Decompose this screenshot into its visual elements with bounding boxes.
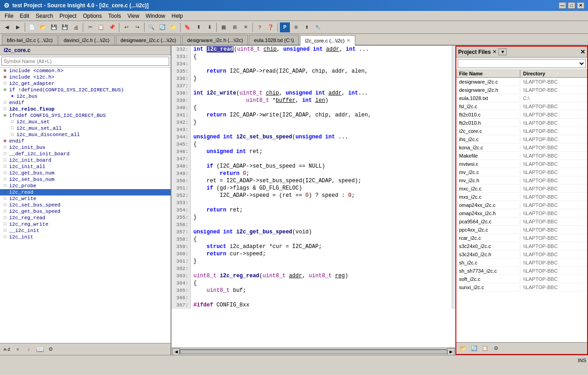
- file-row-23[interactable]: sh_sh7734_i2c.c\\LAPTOP-BBC: [456, 267, 587, 275]
- scrollbar-h-track[interactable]: [180, 349, 447, 354]
- symbol-item-21[interactable]: □i2c_set_bus_speed: [0, 202, 171, 208]
- symbol-item-20[interactable]: □i2c_write: [0, 195, 171, 202]
- file-row-9[interactable]: Makefile\\LAPTOP-BBC: [456, 152, 587, 160]
- file-row-4[interactable]: fti2c010.c\\LAPTOP-BBC: [456, 111, 587, 119]
- proj-config-btn[interactable]: ⚙: [491, 343, 501, 354]
- save-all-button[interactable]: 💾: [60, 22, 70, 32]
- panel-dropdown-btn[interactable]: ▼: [498, 48, 507, 55]
- tab-0[interactable]: bfin-twi_i2c.c (...\i2c): [2, 35, 58, 45]
- scroll-left-btn[interactable]: ◀: [172, 348, 180, 355]
- replace-button[interactable]: 🔄: [157, 22, 167, 32]
- proj-open-btn[interactable]: 📂: [458, 343, 468, 354]
- file-row-2[interactable]: eula.1028.txtC:\: [456, 94, 587, 102]
- symbol-item-22[interactable]: □i2c_get_bus_speed: [0, 208, 171, 215]
- proj-refresh-btn[interactable]: 🔄: [469, 343, 479, 354]
- menu-options[interactable]: Options: [80, 12, 104, 20]
- split-button[interactable]: ⊞: [230, 22, 240, 32]
- file-row-24[interactable]: soft_i2c.c\\LAPTOP-BBC: [456, 275, 587, 283]
- symbol-item-3[interactable]: ⊟if !defined(CONFIG_SYS_I2C_DIRECT_BUS): [0, 87, 171, 93]
- close-button[interactable]: ✕: [577, 2, 584, 9]
- symbol-item-1[interactable]: ⊞include <i2c.h>: [0, 74, 171, 80]
- redo-button[interactable]: ↪: [132, 22, 142, 32]
- symbol-item-17[interactable]: □i2c_set_bus_num: [0, 176, 171, 183]
- sym-filter-button[interactable]: ≡: [13, 344, 23, 354]
- paste-button[interactable]: 📌: [107, 22, 117, 32]
- menu-edit[interactable]: Edit: [17, 12, 32, 20]
- menu-project[interactable]: Project: [57, 12, 79, 20]
- context-button[interactable]: ?: [255, 22, 265, 32]
- file-row-3[interactable]: fsl_i2c.c\\LAPTOP-BBC: [456, 102, 587, 111]
- file-row-22[interactable]: sh_i2c.c\\LAPTOP-BBC: [456, 259, 587, 267]
- sym-az-button[interactable]: A-Z: [2, 344, 12, 354]
- tab-4[interactable]: eula.1028.txt (C:\): [249, 35, 299, 45]
- proj-btn3[interactable]: ⬆: [302, 22, 312, 32]
- symbol-search-input[interactable]: [1, 57, 169, 66]
- next-bookmark-button[interactable]: ⬇: [204, 22, 214, 32]
- symbol-item-12[interactable]: □i2c_init_bus: [0, 144, 171, 151]
- menu-tools[interactable]: Tools: [106, 12, 124, 20]
- file-row-5[interactable]: fti2c010.h\\LAPTOP-BBC: [456, 119, 587, 127]
- symbol-item-24[interactable]: □i2c_reg_write: [0, 221, 171, 227]
- help-button[interactable]: ❓: [266, 22, 276, 32]
- symbol-item-2[interactable]: □i2c_get_adapter: [0, 80, 171, 87]
- print-button[interactable]: 🖨: [71, 22, 81, 32]
- file-row-14[interactable]: mxs_i2c.c\\LAPTOP-BBC: [456, 193, 587, 201]
- symbol-item-19[interactable]: □i2c_read: [0, 189, 171, 195]
- proj-btn4[interactable]: 🔧: [313, 22, 323, 32]
- proj-list-btn[interactable]: 📋: [480, 343, 490, 354]
- menu-view[interactable]: View: [125, 12, 142, 20]
- project-filter-select[interactable]: [458, 59, 586, 68]
- file-row-15[interactable]: omap24xx_i2c.c\\LAPTOP-BBC: [456, 201, 587, 209]
- scroll-right-btn[interactable]: ▶: [447, 348, 454, 355]
- save-button[interactable]: 💾: [49, 22, 59, 32]
- symbol-item-13[interactable]: □__def_i2c_init_board: [0, 151, 171, 157]
- file-row-18[interactable]: ppc4xx_i2c.c\\LAPTOP-BBC: [456, 226, 587, 234]
- symbol-item-6[interactable]: □i2c_reloc_fixup: [0, 106, 171, 112]
- file-row-20[interactable]: s3c24x0_i2c.c\\LAPTOP-BBC: [456, 242, 587, 250]
- symbol-item-7[interactable]: ⊟ifndef CONFIG_SYS_I2C_DIRECT_BUS: [0, 112, 171, 119]
- back-button[interactable]: ◀: [2, 22, 12, 32]
- copy-button[interactable]: 📋: [96, 22, 106, 32]
- horizontal-scrollbar[interactable]: ◀ ▶: [171, 348, 455, 355]
- file-row-0[interactable]: designware_i2c.c\\LAPTOP-BBC: [456, 78, 587, 86]
- file-row-21[interactable]: s3c24x0_i2c.h\\LAPTOP-BBC: [456, 250, 587, 259]
- symbol-item-26[interactable]: □i2c_init: [0, 234, 171, 240]
- symbol-item-25[interactable]: □__i2c_init: [0, 227, 171, 234]
- file-row-11[interactable]: mv_i2c.c\\LAPTOP-BBC: [456, 168, 587, 176]
- file-row-7[interactable]: ihs_i2c.c\\LAPTOP-BBC: [456, 135, 587, 143]
- sym-settings-button[interactable]: ⚙: [46, 344, 56, 354]
- symbol-item-4[interactable]: ●i2c_bus: [0, 93, 171, 100]
- bookmark-button[interactable]: 🔖: [182, 22, 192, 32]
- prev-bookmark-button[interactable]: ⬆: [193, 22, 203, 32]
- tab-3[interactable]: designware_i2c.h (...\i2c): [182, 35, 248, 45]
- undo-button[interactable]: ↩: [121, 22, 131, 32]
- minimize-button[interactable]: —: [559, 2, 566, 9]
- forward-button[interactable]: ▶: [13, 22, 23, 32]
- sym-book-button[interactable]: 📖: [35, 344, 45, 354]
- tab-1[interactable]: davinci_i2c.h (...\i2c): [59, 35, 114, 45]
- close-panel-button[interactable]: ✕: [241, 22, 251, 32]
- symbol-item-11[interactable]: ⊞endif: [0, 138, 171, 144]
- proj-btn2[interactable]: ⚙: [291, 22, 301, 32]
- tab-5[interactable]: i2c_core.c (...\i2c) ✕: [300, 35, 355, 46]
- search-button[interactable]: 🔍: [146, 22, 156, 32]
- menu-file[interactable]: File: [2, 12, 16, 20]
- sym-sort-button[interactable]: ↕: [24, 344, 34, 354]
- symbol-item-16[interactable]: □i2c_get_bus_num: [0, 170, 171, 176]
- file-row-19[interactable]: rcar_i2c.c\\LAPTOP-BBC: [456, 234, 587, 242]
- new-button[interactable]: 📄: [27, 22, 37, 32]
- symbol-item-14[interactable]: □i2c_init_board: [0, 157, 171, 164]
- file-row-1[interactable]: designware_i2c.h\\LAPTOP-BBC: [456, 86, 587, 94]
- menu-window[interactable]: Window: [143, 12, 168, 20]
- file-row-13[interactable]: mxc_i2c.c\\LAPTOP-BBC: [456, 185, 587, 193]
- file-row-25[interactable]: sunxi_i2c.c\\LAPTOP-BBC: [456, 283, 587, 291]
- find-in-files-button[interactable]: 📁: [168, 22, 178, 32]
- file-row-12[interactable]: mv_i2c.h\\LAPTOP-BBC: [456, 176, 587, 185]
- cut-button[interactable]: ✂: [85, 22, 95, 32]
- panel-pin-icon[interactable]: ✕: [492, 49, 497, 55]
- file-row-17[interactable]: pca9564_i2c.c\\LAPTOP-BBC: [456, 217, 587, 226]
- symbol-item-0[interactable]: ⊞include <common.h>: [0, 68, 171, 74]
- menu-search[interactable]: Search: [33, 12, 56, 20]
- symbol-item-8[interactable]: □i2c_mux_set: [0, 119, 171, 125]
- symbol-item-9[interactable]: □i2c_mux_set_all: [0, 125, 171, 132]
